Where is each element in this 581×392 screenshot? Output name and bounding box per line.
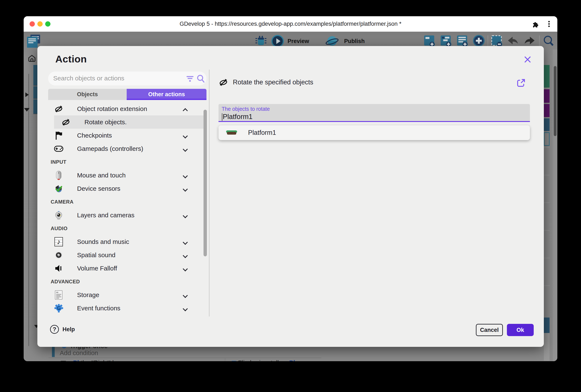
search-events-icon[interactable]: [542, 34, 555, 47]
actions-list: Object rotation extension Rotate objects…: [48, 102, 206, 315]
list-item-label: Gamepads (controllers): [77, 145, 143, 152]
music-note-icon: ♪: [54, 237, 63, 246]
action-icon: [232, 361, 236, 361]
platform-sprite-icon: [226, 130, 237, 135]
webcam-icon: [54, 210, 63, 220]
chevron-down-icon[interactable]: [182, 213, 188, 218]
rotate-icon: [54, 104, 63, 113]
app-window: GDevelop 5 - https://resources.gdevelop-…: [24, 16, 557, 361]
section-header: INPUT: [48, 155, 206, 169]
list-item-label: Volume Falloff: [77, 265, 117, 272]
list-item[interactable]: Device sensors: [48, 182, 206, 195]
list-item-label: Checkpoints: [77, 132, 112, 139]
help-button[interactable]: ? Help: [50, 325, 75, 334]
window-title: GDevelop 5 - https://resources.gdevelop-…: [24, 21, 557, 27]
panel-divider: [209, 70, 210, 317]
list-item-selected[interactable]: Rotate objects.: [48, 115, 206, 129]
editor-scrollbar-thumb[interactable]: [554, 66, 556, 136]
list-item-label: Rotate objects.: [84, 119, 127, 126]
chevron-down-icon[interactable]: [182, 173, 188, 178]
ok-button[interactable]: Ok: [507, 324, 534, 336]
tab-other-actions[interactable]: Other actions: [127, 89, 206, 100]
field-label: The objects to rotate: [222, 106, 270, 112]
list-item[interactable]: Object rotation extension: [48, 102, 206, 115]
tab-objects[interactable]: Objects: [48, 89, 127, 100]
list-item-label: Spatial sound: [77, 252, 116, 259]
scene-object-row: [544, 118, 550, 131]
text-caret: [222, 113, 222, 121]
extensions-puzzle-icon[interactable]: [532, 20, 539, 28]
event-block: [33, 99, 37, 114]
suggestion-platform1[interactable]: Platform1: [218, 125, 530, 140]
field-value[interactable]: Platform1: [222, 113, 252, 121]
event-icon: [61, 361, 66, 361]
scene-object-row: [544, 89, 550, 103]
list-item[interactable]: Event functions: [48, 302, 206, 315]
chevron-up-icon[interactable]: [182, 108, 188, 113]
flag-icon: [54, 131, 63, 140]
scene-object-row: [544, 318, 550, 333]
redo-icon[interactable]: [523, 35, 536, 46]
list-scrollbar-thumb[interactable]: [204, 110, 207, 256]
home-tab-icon[interactable]: [28, 54, 36, 62]
autocomplete-dropdown: Platform1: [218, 125, 530, 140]
list-item[interactable]: Volume Falloff: [48, 262, 206, 275]
titlebar: GDevelop 5 - https://resources.gdevelop-…: [24, 16, 557, 32]
bg-condition-row: Pl the "Right" k: [61, 359, 116, 361]
list-item-label: Layers and cameras: [77, 212, 134, 219]
search-input[interactable]: [53, 74, 180, 83]
list-item[interactable]: ♪ Sounds and music: [48, 235, 206, 248]
list-item[interactable]: Checkpoints: [48, 129, 206, 142]
list-item[interactable]: Gamepads (controllers): [48, 142, 206, 155]
active-tab-underline: [127, 99, 206, 100]
undo-icon[interactable]: [507, 35, 519, 46]
action-description-text: Rotate the specified objects: [233, 78, 313, 86]
tree-collapsed-arrow-icon[interactable]: [25, 92, 29, 97]
project-manager-icon[interactable]: [27, 34, 41, 48]
chevron-down-icon[interactable]: [182, 147, 188, 152]
chevron-down-icon[interactable]: [182, 306, 188, 311]
tree-expanded-arrow-icon[interactable]: [24, 108, 30, 112]
section-header: ADVANCED: [48, 275, 206, 288]
external-link-icon[interactable]: [516, 78, 526, 88]
scene-object-row: [544, 65, 550, 87]
list-item-label: Storage: [77, 291, 99, 299]
chevron-down-icon[interactable]: [182, 266, 188, 271]
add-circle-icon[interactable]: [473, 34, 485, 47]
browser-menu-icon[interactable]: [548, 21, 550, 27]
list-item-label: Sounds and music: [77, 238, 129, 245]
cancel-button[interactable]: Cancel: [476, 324, 503, 336]
list-item[interactable]: Storage: [48, 288, 206, 302]
bg-action-row: Flip horizontally Pl: [232, 359, 295, 361]
suggestion-label: Platform1: [248, 129, 276, 136]
chevron-down-icon[interactable]: [182, 240, 188, 245]
tab-bar: Objects Other actions: [48, 89, 206, 100]
filter-icon[interactable]: [186, 74, 194, 83]
event-block: [33, 65, 37, 86]
remove-selection-icon[interactable]: [491, 35, 503, 47]
debug-icon[interactable]: [255, 35, 267, 46]
objects-to-rotate-field[interactable]: The objects to rotate Platform1: [218, 104, 530, 122]
chevron-down-icon[interactable]: [182, 293, 188, 298]
search-icon[interactable]: [196, 74, 205, 83]
list-item-label: Mouse and touch: [77, 172, 126, 179]
list-item-label: Device sensors: [77, 185, 120, 192]
list-item[interactable]: Layers and cameras: [48, 208, 206, 222]
preview-button[interactable]: Preview: [288, 38, 309, 44]
publish-button[interactable]: Publish: [344, 38, 365, 44]
add-event-icon[interactable]: [424, 35, 436, 47]
preview-icon[interactable]: [271, 34, 284, 48]
chevron-down-icon[interactable]: [182, 253, 188, 258]
list-item-label: Event functions: [77, 305, 120, 312]
add-subevent-icon[interactable]: [440, 35, 452, 47]
chevron-down-icon[interactable]: [182, 133, 188, 138]
bg-add-condition[interactable]: Add condition: [60, 349, 98, 357]
chevron-down-icon[interactable]: [182, 186, 188, 192]
close-dialog-icon[interactable]: [523, 55, 532, 64]
list-item[interactable]: Mouse and touch: [48, 169, 206, 182]
event-tree-line: [28, 74, 29, 346]
section-header: CAMERA: [48, 195, 206, 208]
list-item[interactable]: Spatial sound: [48, 248, 206, 262]
add-comment-icon[interactable]: [457, 35, 468, 47]
mouse-icon: [54, 170, 63, 180]
